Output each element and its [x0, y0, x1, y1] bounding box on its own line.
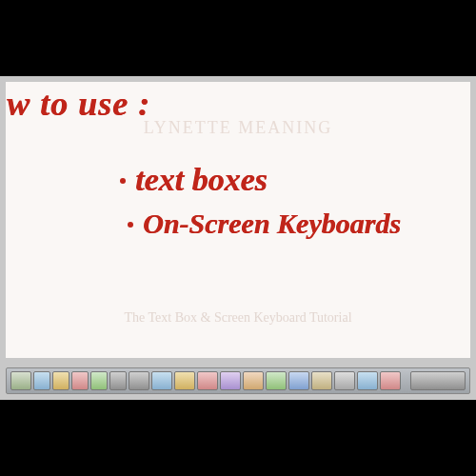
quick-launch-icon[interactable]	[52, 371, 69, 390]
windows-taskbar[interactable]	[6, 367, 470, 394]
taskbar-app[interactable]	[380, 371, 401, 390]
handwritten-bullet-2: On-Screen Keyboards	[128, 208, 401, 240]
bullet-1-text: text boxes	[135, 162, 268, 197]
slide-faint-subtitle: The Text Box & Screen Keyboard Tutorial	[124, 310, 351, 326]
bullet-dot-icon	[128, 222, 133, 228]
taskbar-app[interactable]	[220, 371, 241, 390]
taskbar-app[interactable]	[311, 371, 332, 390]
taskbar-app[interactable]	[288, 371, 309, 390]
handwritten-bullet-1: text boxes	[120, 162, 268, 198]
whiteboard-slide[interactable]: LYNETTE MEANING The Text Box & Screen Ke…	[6, 82, 470, 358]
quick-launch-icon[interactable]	[90, 371, 108, 390]
taskbar-app[interactable]	[334, 371, 355, 390]
bullet-2-text: On-Screen Keyboards	[143, 208, 401, 239]
taskbar-app[interactable]	[357, 371, 378, 390]
taskbar-app[interactable]	[243, 371, 264, 390]
taskbar-app[interactable]	[197, 371, 218, 390]
handwritten-heading: ow to use :	[6, 84, 150, 124]
slide-faint-title: LYNETTE MEANING	[144, 118, 333, 138]
taskbar-app[interactable]	[129, 371, 149, 390]
start-button[interactable]	[10, 371, 31, 390]
system-tray[interactable]	[410, 371, 466, 390]
quick-launch-icon[interactable]	[33, 371, 50, 390]
quick-launch-icon[interactable]	[109, 371, 127, 390]
presentation-viewport: LYNETTE MEANING The Text Box & Screen Ke…	[0, 76, 476, 400]
bullet-dot-icon	[120, 178, 126, 184]
taskbar-app[interactable]	[174, 371, 195, 390]
taskbar-app[interactable]	[266, 371, 287, 390]
quick-launch-icon[interactable]	[71, 371, 89, 390]
taskbar-app[interactable]	[151, 371, 172, 390]
